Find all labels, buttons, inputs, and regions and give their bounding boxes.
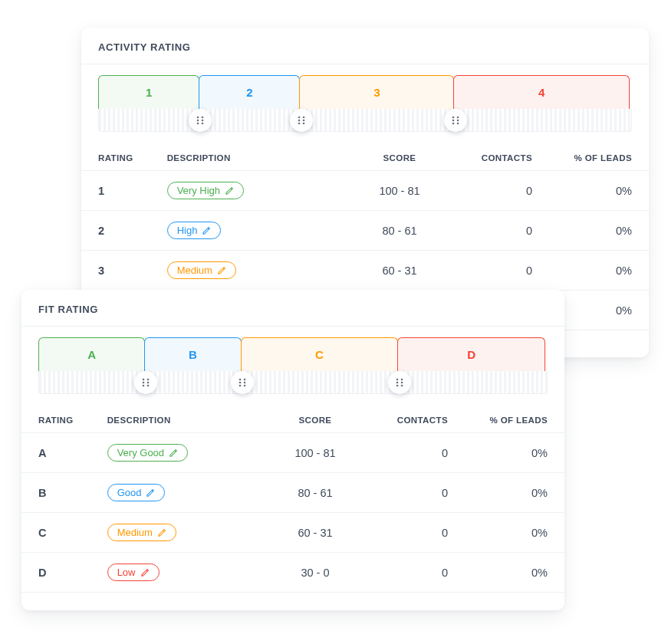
pencil-icon (217, 266, 226, 275)
description-cell: Good (90, 473, 258, 513)
leads-pct-cell: 0% (549, 251, 649, 291)
col-header-contacts: CONTACTS (457, 146, 549, 171)
activity-segment-bar: 1234 (98, 75, 632, 109)
score-cell: 30 - 0 (258, 553, 373, 593)
edit-description-pill[interactable]: Low (107, 564, 160, 581)
fit-segment-c[interactable]: C (241, 337, 399, 371)
fit-slider-handle[interactable] (388, 371, 411, 394)
rating-cell: 3 (81, 251, 150, 291)
contacts-cell: 0 (373, 513, 465, 553)
table-row: CMedium60 - 3100% (21, 513, 564, 553)
col-header-desc: DESCRIPTION (90, 408, 258, 433)
leads-pct-cell: 0% (549, 171, 649, 211)
segment-label: 2 (246, 86, 252, 99)
fit-card-title: FIT RATING (21, 290, 564, 326)
grip-icon (140, 377, 151, 388)
segment-label: 1 (146, 86, 152, 99)
rating-cell: 1 (81, 171, 150, 211)
description-cell: High (150, 211, 342, 251)
edit-description-pill[interactable]: Good (107, 484, 166, 501)
description-cell: Medium (90, 513, 258, 553)
description-cell: Medium (150, 251, 342, 291)
pill-label: High (177, 225, 198, 236)
fit-segments-area: ABCD (21, 327, 564, 394)
activity-segment-2[interactable]: 2 (199, 75, 300, 109)
fit-slider-track (38, 371, 548, 394)
col-header-leads: % OF LEADS (549, 146, 649, 171)
table-row: DLow30 - 000% (21, 553, 564, 593)
table-row: 2High80 - 6100% (81, 211, 649, 251)
edit-description-pill[interactable]: Very High (167, 182, 244, 199)
pill-label: Medium (177, 264, 212, 276)
pencil-icon (140, 568, 150, 577)
col-header-rating: RATING (21, 408, 90, 433)
fit-segment-bar: ABCD (38, 337, 548, 371)
activity-segment-4[interactable]: 4 (453, 75, 630, 109)
pill-label: Good (117, 487, 142, 498)
activity-slider-handle[interactable] (189, 109, 212, 132)
description-cell: Very High (150, 171, 342, 211)
pencil-icon (146, 488, 155, 498)
contacts-cell: 0 (457, 211, 549, 251)
score-cell: 100 - 81 (342, 171, 457, 211)
col-header-score: SCORE (258, 408, 373, 433)
edit-description-pill[interactable]: Medium (167, 261, 236, 279)
fit-slider-handle[interactable] (231, 371, 254, 394)
segment-label: C (315, 348, 324, 361)
segment-label: 4 (538, 86, 545, 99)
pencil-icon (225, 186, 234, 196)
col-header-leads: % OF LEADS (465, 408, 564, 433)
description-cell: Low (90, 553, 258, 593)
fit-table: RATING DESCRIPTION SCORE CONTACTS % OF L… (21, 408, 564, 593)
activity-slider-handle[interactable] (290, 109, 313, 132)
rating-cell: C (21, 513, 90, 553)
fit-rating-card: FIT RATING ABCD RATING DESCRIPTION SCORE… (21, 290, 564, 610)
description-cell: Very Good (90, 433, 258, 473)
grip-icon (394, 377, 405, 388)
score-cell: 100 - 81 (258, 433, 373, 473)
fit-segment-a[interactable]: A (38, 337, 145, 371)
grip-icon (237, 377, 248, 388)
fit-segment-b[interactable]: B (144, 337, 241, 371)
leads-pct-cell: 0% (465, 473, 564, 513)
col-header-desc: DESCRIPTION (150, 146, 342, 171)
leads-pct-cell: 0% (549, 211, 649, 251)
segment-label: B (189, 348, 197, 361)
pencil-icon (157, 528, 166, 537)
pill-label: Very Good (117, 447, 164, 458)
pill-label: Low (117, 567, 136, 578)
table-row: AVery Good100 - 8100% (21, 433, 564, 473)
contacts-cell: 0 (457, 251, 549, 291)
table-row: 3Medium60 - 3100% (81, 251, 649, 291)
col-header-contacts: CONTACTS (373, 408, 465, 433)
contacts-cell: 0 (373, 473, 465, 513)
score-cell: 60 - 31 (342, 251, 457, 291)
activity-segment-1[interactable]: 1 (98, 75, 199, 109)
rating-cell: D (21, 553, 90, 593)
pencil-icon (202, 226, 211, 235)
contacts-cell: 0 (373, 433, 465, 473)
col-header-score: SCORE (342, 146, 457, 171)
edit-description-pill[interactable]: Very Good (107, 444, 188, 462)
rating-cell: B (21, 473, 90, 513)
activity-segments-area: 1234 (81, 64, 649, 132)
score-cell: 60 - 31 (258, 513, 373, 553)
leads-pct-cell: 0% (465, 513, 564, 553)
grip-icon (450, 115, 461, 126)
pencil-icon (169, 449, 178, 458)
table-row: 1Very High100 - 8100% (81, 171, 649, 211)
edit-description-pill[interactable]: High (167, 222, 222, 239)
col-header-rating: RATING (81, 146, 150, 171)
activity-segment-3[interactable]: 3 (299, 75, 454, 109)
contacts-cell: 0 (457, 171, 549, 211)
segment-label: 3 (373, 86, 380, 99)
fit-slider-handle[interactable] (134, 371, 157, 394)
fit-segment-d[interactable]: D (397, 337, 545, 371)
rating-cell: 2 (81, 211, 150, 251)
edit-description-pill[interactable]: Medium (107, 524, 176, 541)
activity-slider-handle[interactable] (444, 109, 467, 132)
segment-label: D (467, 348, 475, 361)
pill-label: Medium (117, 527, 153, 538)
score-cell: 80 - 61 (342, 211, 457, 251)
rating-cell: A (21, 433, 90, 473)
